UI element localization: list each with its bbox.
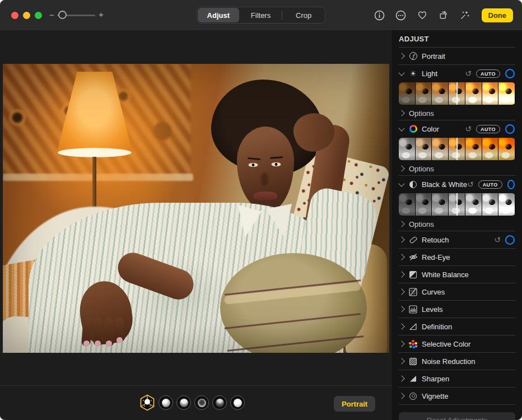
studio-light-option[interactable] [159,395,173,410]
adjust-row-color[interactable]: Color ↺ AUTO [399,120,515,137]
adjust-row-definition[interactable]: Definition [399,318,515,335]
color-wheel-icon [409,125,417,133]
contour-light-option[interactable] [176,395,191,410]
zoom-in-icon[interactable]: + [99,10,104,18]
adjust-row-vignette[interactable]: Vignette [399,388,515,404]
half-circle-icon [409,181,417,188]
strip-cursor[interactable] [456,193,458,216]
adjust-row-white-balance[interactable]: White Balance [399,266,515,283]
row-label: Sharpen [422,375,449,383]
done-button[interactable]: Done [482,8,514,22]
chevron-right-icon[interactable] [398,165,404,171]
vignette-circle-icon [409,393,417,400]
zoom-out-icon[interactable]: − [49,11,54,19]
tab-adjust[interactable]: Adjust [198,8,239,22]
editor-canvas-area: Portrait [0,30,392,420]
row-label: Retouch [422,236,449,244]
bw-options-disclosure[interactable]: Options [399,217,515,231]
strip-cursor[interactable] [456,82,458,105]
undo-icon[interactable]: ↺ [465,125,472,133]
adjust-sidebar: ADJUST ƒ Portrait ☀ Light ↺ AUTO Options [392,30,522,420]
reset-adjustments-button[interactable]: Reset Adjustments [399,412,515,420]
auto-button[interactable]: AUTO [476,69,500,78]
chevron-down-icon[interactable] [398,69,404,76]
chevron-down-icon[interactable] [398,180,404,186]
undo-icon[interactable]: ↺ [467,180,474,188]
edit-mode-tabs: Adjust Filters Crop [197,7,325,24]
chevron-right-icon[interactable] [398,340,404,347]
adjust-row-light[interactable]: ☀ Light ↺ AUTO [399,65,515,82]
color-options-disclosure[interactable]: Options [399,162,515,175]
undo-icon[interactable]: ↺ [465,69,472,77]
favorite-heart-icon[interactable] [416,8,429,22]
adjustment-enabled-toggle[interactable] [505,69,515,78]
row-label: White Balance [422,270,469,279]
chevron-right-icon[interactable] [398,323,404,329]
auto-button[interactable]: AUTO [478,180,502,189]
chevron-right-icon[interactable] [398,288,404,295]
adjust-row-selective-color[interactable]: Selective Color [399,335,515,352]
adjust-row-portrait[interactable]: ƒ Portrait [399,48,515,64]
minimize-window-button[interactable] [23,12,30,19]
adjust-row-noise-reduction[interactable]: Noise Reduction [399,353,515,370]
stage-light-option[interactable] [194,395,209,410]
toolbar-actions: Done [373,0,522,30]
sun-icon: ☀ [410,70,417,77]
chevron-right-icon[interactable] [398,254,404,260]
chevron-right-icon[interactable] [398,53,404,59]
auto-enhance-icon[interactable] [458,8,472,22]
adjust-row-red-eye[interactable]: Red-Eye [399,249,515,265]
row-label: Selective Color [422,340,470,348]
natural-light-option-selected[interactable] [138,394,156,412]
adjust-row-levels[interactable]: Levels [399,301,515,318]
row-label: Levels [422,305,443,314]
portrait-lighting-bar: Portrait [0,385,392,420]
close-window-button[interactable] [11,12,18,19]
light-options-disclosure[interactable]: Options [399,106,515,120]
zoom-window-button[interactable] [35,12,42,19]
stage-light-mono-option[interactable] [212,395,227,410]
triangle-filled-icon [408,374,418,384]
chevron-right-icon[interactable] [398,271,404,277]
sidebar-title: ADJUST [399,35,515,43]
triangle-outline-icon [408,322,418,332]
tab-filters[interactable]: Filters [240,8,282,22]
color-dots-icon [409,340,417,348]
adjustment-enabled-toggle[interactable] [505,124,515,134]
chevron-right-icon[interactable] [398,221,404,227]
info-icon[interactable] [373,8,386,22]
chevron-right-icon[interactable] [398,110,404,116]
adjust-row-curves[interactable]: Curves [399,283,515,300]
row-label: Black & White [422,180,467,189]
chevron-right-icon[interactable] [398,306,404,312]
rotate-icon[interactable] [437,8,450,22]
chevron-right-icon[interactable] [398,393,404,399]
row-label: Vignette [422,392,448,400]
chevron-down-icon[interactable] [398,125,404,131]
strip-cursor[interactable] [456,138,458,160]
row-label: Light [422,69,437,78]
color-thumbnail-strip[interactable] [399,138,515,160]
adjustment-enabled-toggle[interactable] [505,235,515,245]
portrait-effect-button[interactable]: Portrait [334,396,375,412]
row-label: Curves [422,288,445,296]
high-key-light-mono-option[interactable] [230,395,245,410]
tab-crop[interactable]: Crop [283,8,324,22]
undo-icon[interactable]: ↺ [494,236,501,244]
chevron-right-icon[interactable] [398,375,404,381]
chevron-right-icon[interactable] [398,236,404,242]
adjust-row-sharpen[interactable]: Sharpen [399,370,515,387]
bw-thumbnail-strip[interactable] [399,193,515,216]
photo-canvas[interactable] [3,64,389,353]
row-label: Definition [422,323,452,331]
zoom-slider[interactable]: − + [49,8,105,22]
adjust-row-retouch[interactable]: Retouch ↺ [399,231,515,248]
light-thumbnail-strip[interactable] [399,82,515,105]
zoom-slider-knob[interactable] [58,11,67,19]
adjustment-enabled-toggle[interactable] [507,180,515,189]
more-options-icon[interactable] [394,8,408,22]
adjust-row-black-white[interactable]: Black & White ↺ AUTO [399,176,515,193]
auto-button[interactable]: AUTO [476,125,500,133]
chevron-right-icon[interactable] [398,358,404,364]
row-label: Noise Reduction [422,357,475,366]
